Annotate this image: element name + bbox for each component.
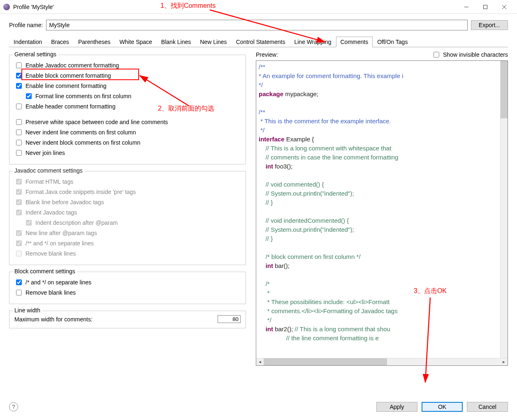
javadoc-settings-legend: Javadoc comment settings [13, 167, 84, 174]
jd-stars-separate-checkbox [16, 240, 22, 246]
newline-after-param-label: New line after @param tags [26, 230, 97, 236]
format-line-first-label: Format line comments on first column [35, 93, 131, 99]
block-stars-separate-label: /* and */ on separate lines [26, 279, 91, 286]
tab-blank-lines[interactable]: Blank Lines [157, 37, 195, 47]
indent-javadoc-checkbox [16, 210, 22, 215]
profile-name-label: Profile name: [9, 22, 43, 28]
general-settings-legend: General settings [13, 51, 58, 58]
minimize-button[interactable] [457, 1, 476, 13]
title-bar: Profile 'MyStyle' [0, 0, 517, 14]
show-invisible-checkbox[interactable] [434, 52, 439, 58]
never-indent-line-label: Never indent line comments on first colu… [26, 129, 136, 136]
enable-line-label: Enable line comment formatting [26, 83, 107, 89]
apply-button[interactable]: Apply [376, 402, 417, 412]
tab-bar: Indentation Braces Parentheses White Spa… [9, 36, 508, 47]
indent-javadoc-label: Indent Javadoc tags [26, 209, 77, 216]
enable-block-checkbox[interactable] [16, 73, 22, 78]
linewidth-legend: Line width [13, 307, 42, 314]
never-indent-block-label: Never indent block comments on first col… [26, 139, 140, 146]
tab-braces[interactable]: Braces [46, 37, 74, 47]
format-line-first-checkbox[interactable] [26, 93, 32, 99]
preview-vertical-scrollbar[interactable] [500, 61, 508, 358]
block-settings-legend: Block comment settings [13, 268, 77, 275]
tab-parentheses[interactable]: Parentheses [74, 37, 115, 47]
app-icon [3, 4, 10, 10]
never-join-label: Never join lines [26, 150, 65, 156]
preview-horizontal-scrollbar[interactable]: ◄ ► [256, 358, 508, 365]
settings-panel: General settings Enable Javadoc comment … [9, 47, 250, 366]
tab-indentation[interactable]: Indentation [9, 37, 46, 47]
ok-button[interactable]: OK [422, 402, 463, 412]
jd-remove-blank-label: Remove blank lines [26, 250, 76, 257]
show-invisible-label: Show invisible characters [443, 51, 508, 58]
max-width-label: Maximum width for comments: [14, 316, 93, 323]
enable-header-label: Enable header comment formatting [26, 103, 116, 110]
blank-before-tags-label: Blank line before Javadoc tags [26, 199, 104, 205]
indent-desc-param-checkbox [26, 220, 32, 226]
tab-new-lines[interactable]: New Lines [195, 37, 231, 47]
newline-after-param-checkbox [16, 230, 22, 236]
profile-name-input[interactable] [46, 20, 467, 30]
blank-before-tags-checkbox [16, 199, 22, 205]
tab-off-on-tags[interactable]: Off/On Tags [373, 37, 412, 47]
preserve-ws-checkbox[interactable] [16, 119, 22, 125]
enable-line-checkbox[interactable] [16, 83, 22, 89]
jd-remove-blank-checkbox [16, 251, 22, 256]
tab-white-space[interactable]: White Space [115, 37, 156, 47]
enable-header-checkbox[interactable] [16, 104, 22, 109]
block-remove-blank-checkbox[interactable] [16, 290, 22, 295]
format-code-pre-label: Format Java code snippets inside 'pre' t… [26, 189, 136, 195]
preview-label: Preview: [256, 51, 278, 58]
maximize-button[interactable] [476, 1, 495, 13]
enable-block-label: Enable block comment formatting [26, 72, 111, 79]
enable-javadoc-label: Enable Javadoc comment formatting [26, 62, 119, 69]
never-indent-block-checkbox[interactable] [16, 140, 22, 145]
cancel-button[interactable]: Cancel [467, 402, 508, 412]
format-html-label: Format HTML tags [26, 178, 73, 185]
block-remove-blank-label: Remove blank lines [26, 289, 76, 296]
never-indent-line-checkbox[interactable] [16, 129, 22, 135]
close-button[interactable] [495, 1, 514, 13]
never-join-checkbox[interactable] [16, 150, 22, 156]
enable-javadoc-checkbox[interactable] [16, 62, 22, 68]
svg-rect-1 [484, 5, 487, 9]
block-stars-separate-checkbox[interactable] [16, 279, 22, 285]
preserve-ws-label: Preserve white space between code and li… [26, 119, 168, 125]
tab-comments[interactable]: Comments [336, 37, 373, 47]
preview-pane: /** * An example for comment formatting.… [256, 60, 508, 366]
indent-desc-param-label: Indent description after @param [35, 219, 118, 226]
window-title: Profile 'MyStyle' [13, 4, 457, 10]
help-button[interactable]: ? [9, 402, 18, 411]
format-code-pre-checkbox [16, 189, 22, 195]
jd-stars-separate-label: /** and */ on separate lines [26, 240, 94, 247]
format-html-checkbox [16, 179, 22, 185]
tab-control-statements[interactable]: Control Statements [232, 37, 290, 47]
export-button[interactable]: Export... [471, 20, 508, 30]
max-width-input[interactable] [218, 315, 241, 323]
tab-line-wrapping[interactable]: Line Wrapping [290, 37, 336, 47]
preview-code: /** * An example for comment formatting.… [259, 62, 403, 343]
